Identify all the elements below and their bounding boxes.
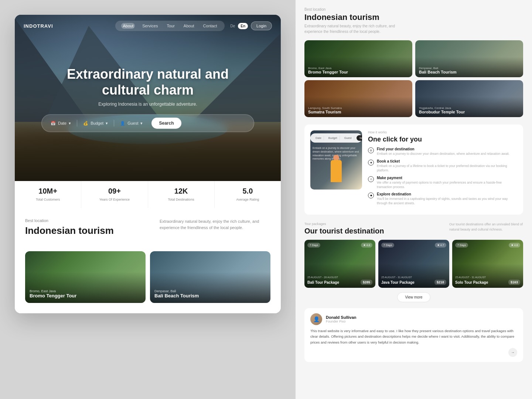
hero-title: Extraordinary natural and cultural charm (41, 66, 254, 98)
tour-card-top-bali: 7 Days ★ 4.8 (307, 243, 372, 248)
card-info-bali: Denpasar, Bali Bali Beach Tourism (154, 289, 199, 299)
how-bar-search[interactable]: Search (357, 135, 362, 141)
how-step-3: ◇ Make payment We offer a variety of pay… (368, 176, 517, 190)
how-it-works-section: Date Budget Guest Search Embark on a jou… (304, 125, 523, 215)
solo-date: 25 AUGUST - 31 AUGUST (455, 276, 520, 279)
reviewer: 👤 Donald Sullivan Founder Pixo (310, 313, 517, 325)
how-step-1-title: Find your destination (377, 147, 509, 151)
review-arrow: → (310, 348, 517, 357)
solo-name: Solo Tour Package (455, 280, 488, 284)
right-section-title: Indonesian tourism (304, 13, 523, 22)
right-location-grid: Bromo, East Java Bromo Tengger Tour Denp… (304, 40, 523, 117)
how-bottom-bar: Date Budget Guest Search (310, 133, 362, 143)
right-card-info-lampung: Lampung, South Sumatra Sumatra Tourism (308, 106, 342, 114)
budget-icon: 💰 (83, 121, 88, 126)
reviewer-name: Donald Sullivan (326, 315, 357, 320)
right-card-location-bromo: Bromo, East Java (308, 66, 348, 70)
reviewer-info: Donald Sullivan Founder Pixo (326, 315, 357, 323)
stat-experience: 09+ Years Of Experience (81, 181, 148, 208)
tour-header: Tour packages Our tourist destination Ou… (304, 222, 523, 235)
right-card-jogja[interactable]: Yogjakarta, Central Java Borobudur Templ… (415, 80, 523, 117)
right-section-desc: Extraordinary natural beauty, enjoy the … (304, 23, 408, 34)
how-step-2-desc: Embark on a journey of a lifetime to boo… (377, 164, 517, 173)
lang-en[interactable]: En (238, 23, 248, 29)
java-price: $218 (434, 280, 446, 285)
card-location-bali: Denpasar, Bali (154, 289, 199, 293)
bali-price: $285 (361, 280, 372, 285)
how-bar-guest: Guest (342, 136, 354, 140)
stat-destinations: 12K Total Destinations (148, 181, 215, 208)
stat-number-customers: 10M+ (19, 187, 76, 195)
tour-card-bottom-solo: 25 AUGUST - 31 AUGUST Solo Tour Package … (455, 276, 520, 285)
tour-desc: Our tourist destinations offer an unriva… (449, 222, 523, 232)
nav-right: De En Login (231, 21, 272, 30)
stat-label-destinations: Total Destinations (168, 198, 194, 201)
budget-chevron: ▾ (106, 121, 108, 126)
how-content: How it works One click for you ◎ Find yo… (368, 130, 517, 209)
how-bar-date: Date (313, 136, 324, 140)
stats-bar: 10M+ Total Customers 09+ Years Of Experi… (15, 181, 281, 208)
stat-rating: 5.0 Average Rating (215, 181, 281, 208)
tour-card-bottom-java: 25 AUGUST - 31 AUGUST Java Tour Package … (381, 276, 446, 285)
solo-footer: Solo Tour Package $163 (455, 280, 520, 285)
tour-card-java[interactable]: 7 Days ★ 4.7 25 AUGUST - 31 AUGUST Java … (378, 240, 449, 288)
right-card-lampung[interactable]: Lampung, South Sumatra Sumatra Tourism (304, 80, 412, 117)
search-button[interactable]: Search (151, 118, 181, 129)
tour-cards: 7 Days ★ 4.8 25 AUGUST - 28 AUGUST Bali … (304, 240, 523, 288)
bali-rating: ★ 4.8 (361, 243, 372, 248)
explore-icon: ◆ (368, 192, 374, 198)
how-step-1-content: Find your destination Embark on a journe… (377, 147, 509, 156)
tour-card-solo[interactable]: 7 Days ★ 4.8 25 AUGUST - 31 AUGUST Solo … (452, 240, 523, 288)
solo-days: 7 Days (455, 243, 468, 248)
tour-card-bali[interactable]: 7 Days ★ 4.8 25 AUGUST - 28 AUGUST Bali … (304, 240, 375, 288)
tour-header-left: Tour packages Our tourist destination (304, 222, 384, 235)
nav-link-tour[interactable]: Tour (165, 23, 176, 29)
nav-link-contact[interactable]: Contact (202, 23, 219, 29)
location-card-bali[interactable]: Denpasar, Bali Bali Beach Tourism (150, 251, 270, 303)
bali-name: Bali Tour Package (307, 280, 339, 284)
solo-price: $163 (508, 280, 520, 285)
card-name-bromo: Bromo Tengger Tour (30, 293, 76, 299)
card-location-bromo: Bromo, East Java (30, 289, 76, 293)
tour-title: Our tourist destination (304, 227, 384, 235)
search-bar: 📅 Date ▾ 💰 Budget ▾ 👤 Guest ▾ (41, 115, 254, 132)
bali-footer: Bali Tour Package $285 (307, 280, 372, 285)
nav-link-about2[interactable]: About (182, 23, 196, 29)
section-title: Indonesian tourism (25, 225, 114, 236)
lang-de[interactable]: De (231, 24, 235, 28)
right-best-location: Best location Indonesian tourism Extraor… (304, 7, 523, 34)
how-step-4-desc: You'll be immersed in a captivating tape… (377, 197, 517, 206)
calendar-icon: 📅 (51, 121, 56, 126)
guest-field[interactable]: 👤 Guest ▾ (117, 119, 146, 127)
how-it-works-image: Date Budget Guest Search Embark on a jou… (310, 130, 362, 190)
java-name: Java Tour Package (381, 280, 415, 284)
stat-number-destinations: 12K (153, 187, 210, 195)
right-panel: Best location Indonesian tourism Extraor… (296, 0, 532, 399)
right-section-tag: Best location (304, 7, 523, 11)
location-card-bromo[interactable]: Bromo, East Java Bromo Tengger Tour (25, 251, 146, 303)
how-bar-budget: Budget (326, 136, 340, 140)
java-days: 7 Days (381, 243, 394, 248)
how-step-1: ◎ Find your destination Embark on a jour… (368, 147, 517, 156)
stat-label-rating: Average Rating (236, 198, 259, 201)
stat-label-customers: Total Customers (36, 198, 60, 201)
location-header-left: Best location Indonesian tourism (25, 218, 114, 238)
view-more-button[interactable]: View more (397, 292, 430, 302)
nav-link-about[interactable]: About (121, 23, 135, 29)
date-field[interactable]: 📅 Date ▾ (48, 119, 74, 127)
nav-logo: INDOTRAVI (24, 23, 53, 29)
right-card-bali[interactable]: Denpasar, Bali Bali Beach Tourism (415, 40, 523, 77)
browser-window: INDOTRAVI About Services Tour About Cont… (15, 15, 281, 313)
nav-link-services[interactable]: Services (141, 23, 159, 29)
java-rating: ★ 4.7 (435, 243, 446, 248)
hero-section: INDOTRAVI About Services Tour About Cont… (15, 15, 281, 181)
right-card-name-jogja: Borobudur Temple Tour (419, 110, 465, 114)
hero-content: Extraordinary natural and cultural charm… (41, 66, 254, 132)
right-card-bromo[interactable]: Bromo, East Java Bromo Tengger Tour (304, 40, 412, 77)
solo-rating: ★ 4.8 (509, 243, 520, 248)
review-next-button[interactable]: → (508, 348, 517, 357)
login-button[interactable]: Login (251, 21, 272, 30)
budget-field[interactable]: 💰 Budget ▾ (80, 119, 111, 127)
guest-icon: 👤 (120, 121, 125, 126)
java-date: 25 AUGUST - 31 AUGUST (381, 276, 446, 279)
